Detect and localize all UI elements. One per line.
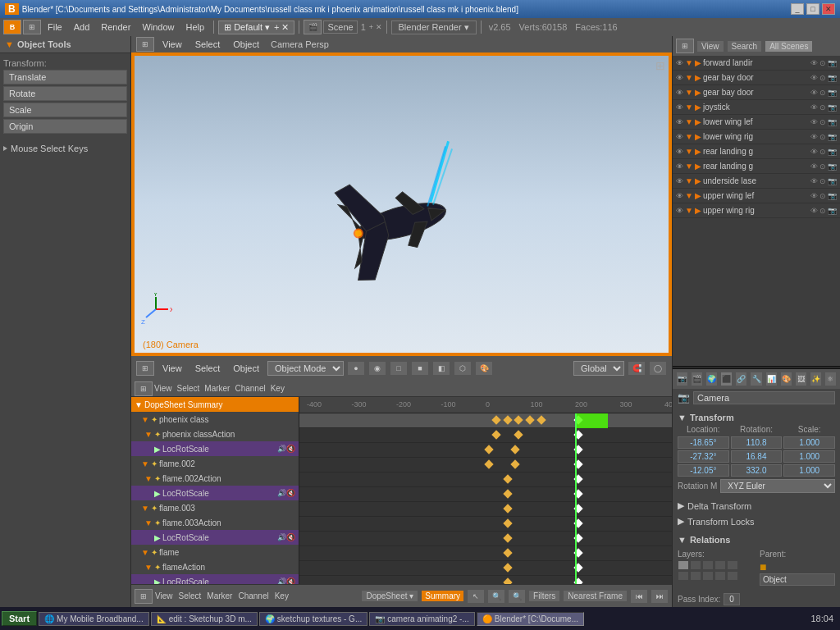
prop-icon-render[interactable]: 📷: [676, 372, 688, 386]
scale-button[interactable]: Scale: [3, 103, 127, 117]
key-summary-4[interactable]: [525, 415, 534, 424]
viewport-btn-render[interactable]: 🎨: [475, 361, 493, 376]
viewport-btn-shade[interactable]: ⬡: [454, 361, 472, 376]
out-icon-render-10[interactable]: 📷: [828, 207, 837, 215]
ds-row-flame003[interactable]: ▼ ✦ flame.003: [131, 500, 299, 515]
taskbar-app-1[interactable]: 📐 edit : Sketchup 3D m...: [151, 612, 258, 626]
layer-5[interactable]: [727, 560, 738, 570]
viewport-snap-btn[interactable]: 🧲: [628, 361, 646, 376]
summary-button[interactable]: Summary: [421, 590, 464, 602]
layer-10[interactable]: [727, 571, 738, 581]
relations-title[interactable]: ▼ Relations: [678, 532, 835, 547]
out-icon-eye-3[interactable]: 👁: [810, 103, 818, 112]
layer-8[interactable]: [702, 571, 714, 581]
coord-selector[interactable]: Global: [573, 361, 624, 376]
out-icon-cursor-1[interactable]: ⊙: [819, 74, 826, 82]
layout-selector[interactable]: ⊞ Default ▾ + ✕: [218, 21, 294, 34]
prop-icon-scene[interactable]: 🎬: [691, 372, 703, 386]
viewport-canvas[interactable]: X Y Z (180) Camera ⊞: [131, 52, 672, 356]
viewport-menu-view[interactable]: View: [158, 38, 187, 51]
key-pa-1[interactable]: [484, 445, 493, 454]
layer-7[interactable]: [690, 571, 701, 581]
out-icon-render-7[interactable]: 📷: [828, 162, 837, 171]
key-summary-2[interactable]: [503, 415, 512, 424]
outliner-item-10[interactable]: 👁 ▼ ▶ upper wing rig 👁 ⊙ 📷: [673, 203, 840, 218]
outliner-item-5[interactable]: 👁 ▼ ▶ lower wing rig 👁 ⊙ 📷: [673, 130, 840, 144]
menu-help[interactable]: Help: [181, 21, 210, 34]
ds-row-phoenix-action[interactable]: ▼ ✦ phoenix classAction: [131, 427, 299, 441]
out-icon-eye-10[interactable]: 👁: [810, 207, 818, 215]
ds-footer-channel[interactable]: Channel: [238, 591, 268, 600]
outliner-item-6[interactable]: 👁 ▼ ▶ rear landing g 👁 ⊙ 📷: [673, 144, 840, 159]
ds-row-flame003-action[interactable]: ▼ ✦ flame.003Action: [131, 515, 299, 530]
menu-render[interactable]: Render: [96, 21, 135, 34]
ds-row-locrotscale-1[interactable]: ▶ LocRotScale 🔊 🔇: [131, 441, 299, 456]
viewport-footer-object[interactable]: Object: [228, 362, 264, 375]
out-icon-cursor-5[interactable]: ⊙: [819, 133, 826, 141]
prop-icon-object[interactable]: ⬛: [720, 372, 733, 386]
maximize-button[interactable]: □: [806, 3, 819, 15]
ds-row-phoenix-class[interactable]: ▼ ✦ phoenix class: [131, 412, 299, 427]
out-icon-render-4[interactable]: 📷: [828, 118, 837, 126]
viewport-prop-btn[interactable]: ◯: [649, 361, 667, 376]
transform-section-title[interactable]: ▼ Transform: [678, 410, 835, 425]
loc-y-field[interactable]: -27.32°: [678, 450, 729, 463]
key-phoenix-2[interactable]: [514, 430, 523, 439]
outliner-item-7[interactable]: 👁 ▼ ▶ rear landing g 👁 ⊙ 📷: [673, 159, 840, 174]
ds-footer-select[interactable]: Select: [179, 591, 202, 600]
out-icon-eye-5[interactable]: 👁: [810, 133, 818, 141]
ds-menu-channel[interactable]: Channel: [235, 384, 265, 393]
out-icon-render-8[interactable]: 📷: [828, 177, 837, 185]
outliner-item-0[interactable]: 👁 ▼ ▶ forward landir 👁 ⊙ 📷: [673, 56, 840, 71]
viewport-footer-icon[interactable]: ⊞: [136, 361, 154, 376]
out-icon-eye-2[interactable]: 👁: [810, 89, 818, 97]
blender-menu-icon[interactable]: B: [3, 20, 21, 34]
loc-x-field[interactable]: -18.65°: [678, 436, 729, 449]
render-engine-selector[interactable]: Blender Render ▾: [391, 21, 477, 34]
out-icon-render-9[interactable]: 📷: [828, 192, 837, 200]
key-f003-1[interactable]: [503, 518, 512, 527]
prop-icon-texture[interactable]: 🖼: [795, 372, 807, 386]
ds-row-locrotscale-2[interactable]: ▶ LocRotScale 🔊 🔇: [131, 486, 299, 500]
ds-zoom-btn[interactable]: 🔍: [487, 589, 505, 604]
prop-icon-constraint[interactable]: 🔗: [735, 372, 747, 386]
ds-type-selector[interactable]: DopeSheet ▾: [361, 590, 418, 602]
out-icon-render-2[interactable]: 📷: [828, 89, 837, 97]
close-button[interactable]: ✕: [822, 3, 835, 15]
layer-1[interactable]: [678, 560, 689, 570]
scene-icon[interactable]: 🎬: [304, 20, 322, 34]
out-icon-cursor-7[interactable]: ⊙: [819, 162, 826, 171]
outliner-item-2[interactable]: 👁 ▼ ▶ gear bay door 👁 ⊙ 📷: [673, 85, 840, 100]
search-button[interactable]: Search: [727, 40, 763, 52]
pass-index-value[interactable]: 0: [724, 593, 740, 605]
ds-menu-marker[interactable]: Marker: [204, 384, 230, 393]
ds-row-summary[interactable]: ▼ DopeSheet Summary: [131, 397, 299, 412]
key-summary-3[interactable]: [514, 415, 523, 424]
viewport-btn-wire[interactable]: □: [390, 361, 408, 376]
scale-z-field[interactable]: 1.000: [783, 464, 835, 477]
key-lrs1-2[interactable]: [510, 459, 519, 468]
key-lrs1-1[interactable]: [484, 459, 493, 468]
parent-input[interactable]: [760, 573, 835, 586]
key-fla-1[interactable]: [503, 578, 512, 584]
transform-locks-row[interactable]: ▶ Transform Locks: [673, 514, 840, 529]
scene-name[interactable]: Scene: [323, 21, 357, 34]
outliner-item-4[interactable]: 👁 ▼ ▶ lower wing lef 👁 ⊙ 📷: [673, 115, 840, 130]
ds-footer-view[interactable]: View: [155, 591, 173, 600]
ds-menu-view[interactable]: View: [154, 384, 172, 393]
ds-row-flame002[interactable]: ▼ ✦ flame.002: [131, 456, 299, 471]
out-icon-cursor-2[interactable]: ⊙: [819, 89, 826, 97]
loc-z-field[interactable]: -12.05°: [678, 464, 729, 477]
ds-menu-key[interactable]: Key: [271, 384, 285, 393]
layer-3[interactable]: [702, 560, 714, 570]
ds-row-locrotscale-4[interactable]: ▶ LocRotScale 🔊 🔇: [131, 574, 299, 584]
out-icon-cursor-6[interactable]: ⊙: [819, 148, 826, 156]
key-summary-5[interactable]: [536, 415, 546, 424]
viewport-btn-1[interactable]: ●: [347, 361, 365, 376]
out-icon-eye-8[interactable]: 👁: [810, 177, 818, 185]
rotate-button[interactable]: Rotate: [3, 86, 127, 101]
menu-window[interactable]: Window: [137, 21, 179, 34]
ds-filter-label[interactable]: Filters: [528, 590, 560, 602]
prop-icon-modifier[interactable]: 🔧: [750, 372, 762, 386]
rot-y-field[interactable]: 16.84: [731, 450, 783, 463]
